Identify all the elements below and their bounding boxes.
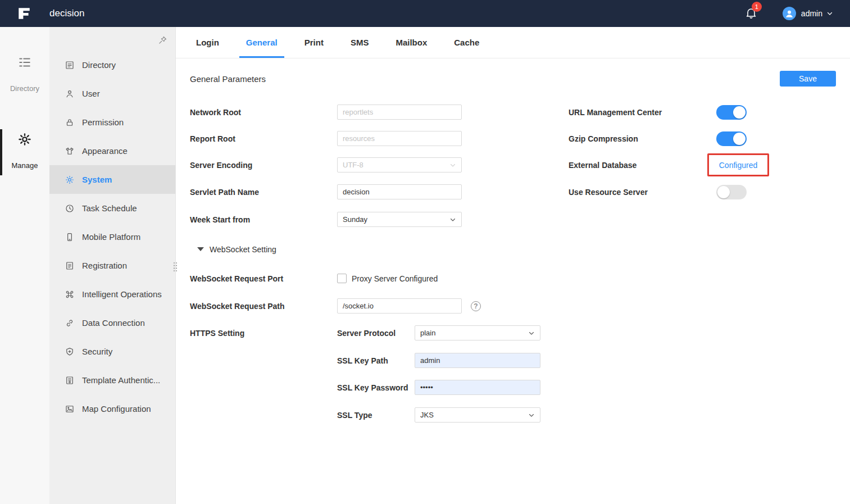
tab-mailbox[interactable]: Mailbox: [389, 27, 434, 58]
sidebar-item-user[interactable]: User: [49, 79, 175, 108]
user-menu[interactable]: admin: [801, 9, 822, 18]
week-start-label: Week Start from: [190, 215, 337, 224]
external-database-label: External Database: [569, 161, 716, 170]
sidebar-item-intelligent-operations[interactable]: Intelligent Operations: [49, 280, 175, 308]
gzip-row: Gzip Compression: [569, 131, 747, 146]
save-button[interactable]: Save: [780, 71, 836, 87]
network-root-input[interactable]: [337, 105, 462, 120]
notifications-button[interactable]: 1: [744, 6, 759, 21]
gzip-toggle[interactable]: [716, 131, 747, 146]
registration-doc-icon: [65, 261, 75, 271]
pin-icon[interactable]: [158, 35, 167, 45]
user-avatar-icon: [784, 8, 794, 19]
ssl-key-path-row: SSL Key Path: [337, 353, 540, 368]
rail-item-manage[interactable]: Manage: [0, 132, 49, 170]
notification-badge: 1: [752, 2, 762, 12]
toggle-knob: [717, 186, 730, 198]
server-protocol-value: plain: [420, 329, 435, 337]
sidebar-item-template-authentication[interactable]: Template Authentic...: [49, 366, 175, 394]
sidebar-item-security[interactable]: Security: [49, 337, 175, 366]
rail-item-directory[interactable]: Directory: [0, 55, 49, 93]
toggle-knob: [733, 133, 746, 145]
servlet-path-row: Servlet Path Name: [190, 184, 462, 199]
proxy-server-checkbox-label: Proxy Server Configured: [352, 274, 438, 283]
https-setting-label: HTTPS Setting: [190, 329, 337, 338]
network-root-row: Network Root: [190, 105, 462, 120]
tab-sms[interactable]: SMS: [344, 27, 376, 58]
sidebar-item-mobile-platform[interactable]: Mobile Platform: [49, 223, 175, 251]
left-rail: Directory Manage: [0, 27, 49, 504]
sidebar-item-label: Permission: [82, 117, 124, 127]
ssl-key-password-input[interactable]: [415, 380, 540, 395]
ssl-key-password-row: SSL Key Password: [337, 380, 540, 395]
sidebar-item-map-configuration[interactable]: Map Configuration: [49, 394, 175, 423]
sidebar-item-data-connection[interactable]: Data Connection: [49, 308, 175, 337]
sidebar-item-task-schedule[interactable]: Task Schedule: [49, 194, 175, 223]
week-start-select[interactable]: Sunday: [337, 212, 462, 227]
ws-request-path-input[interactable]: [337, 298, 462, 314]
proxy-server-checkbox[interactable]: [337, 274, 347, 283]
url-management-row: URL Management Center: [569, 105, 747, 120]
resource-server-row: Use Resource Server: [569, 184, 747, 199]
lock-icon: [65, 117, 75, 128]
sidebar: Directory User Permission: [49, 27, 176, 504]
report-root-row: Report Root: [190, 131, 462, 146]
server-encoding-select[interactable]: UTF-8: [337, 157, 462, 172]
collapse-triangle-icon: [197, 247, 204, 251]
ssl-key-path-input[interactable]: [415, 353, 540, 368]
help-icon[interactable]: ?: [471, 301, 481, 311]
sidebar-item-permission[interactable]: Permission: [49, 108, 175, 137]
server-encoding-label: Server Encoding: [190, 161, 337, 170]
tab-login[interactable]: Login: [189, 27, 226, 58]
tab-label: General: [246, 38, 278, 47]
settings-tabs: Login General Print SMS Mailbox Cache: [176, 27, 850, 58]
report-root-label: Report Root: [190, 134, 337, 143]
rail-item-label: Directory: [10, 84, 39, 93]
ssl-type-select[interactable]: JKS: [415, 407, 540, 423]
tab-cache[interactable]: Cache: [447, 27, 486, 58]
avatar[interactable]: [783, 7, 796, 20]
server-protocol-select[interactable]: plain: [415, 325, 540, 340]
https-setting-row: HTTPS Setting Server Protocol plain: [190, 325, 540, 340]
tab-general[interactable]: General: [239, 27, 284, 58]
tab-label: Cache: [454, 38, 479, 47]
tab-label: SMS: [351, 38, 369, 47]
sidebar-item-registration[interactable]: Registration: [49, 251, 175, 280]
topbar: decision 1 admin: [0, 0, 850, 27]
clock-icon: [65, 203, 75, 214]
template-auth-icon: [65, 375, 75, 385]
ws-request-port-label: WebSocket Request Port: [190, 274, 337, 283]
user-icon: [65, 89, 75, 99]
manage-gear-icon: [17, 132, 32, 147]
sidebar-resize-handle[interactable]: [172, 262, 178, 272]
url-management-label: URL Management Center: [569, 108, 716, 117]
chevron-down-icon[interactable]: [826, 10, 833, 17]
sidebar-item-directory[interactable]: Directory: [49, 51, 175, 79]
sidebar-item-label: User: [82, 89, 100, 98]
external-database-configured-link[interactable]: Configured: [719, 161, 758, 170]
sidebar-item-appearance[interactable]: Appearance: [49, 137, 175, 165]
ssl-key-password-label: SSL Key Password: [337, 383, 415, 392]
resource-server-toggle[interactable]: [716, 185, 747, 199]
tab-print[interactable]: Print: [298, 27, 330, 58]
external-database-highlight-box: Configured: [707, 153, 769, 176]
ssl-type-value: JKS: [420, 411, 434, 419]
ws-request-path-label: WebSocket Request Path: [190, 302, 337, 311]
ws-request-path-row: WebSocket Request Path ?: [190, 298, 481, 314]
app-title: decision: [49, 8, 84, 19]
directory-icon: [65, 60, 75, 70]
main-content: Login General Print SMS Mailbox Cache Ge…: [176, 27, 850, 504]
ssl-key-path-label: SSL Key Path: [337, 356, 415, 365]
sidebar-item-label: Task Schedule: [82, 203, 137, 213]
chevron-down-icon: [528, 412, 535, 419]
url-management-toggle[interactable]: [716, 105, 747, 120]
servlet-path-input[interactable]: [337, 184, 462, 199]
report-root-input[interactable]: [337, 131, 462, 146]
topbar-actions: 1 admin: [744, 6, 833, 21]
sidebar-item-system[interactable]: System: [49, 165, 175, 194]
sidebar-item-label: Template Authentic...: [82, 375, 160, 385]
websocket-section-toggle[interactable]: WebSocket Setting: [197, 242, 276, 257]
sidebar-item-label: Mobile Platform: [82, 232, 140, 242]
websocket-section-title: WebSocket Setting: [210, 245, 276, 254]
sidebar-item-label: Map Configuration: [82, 404, 151, 414]
